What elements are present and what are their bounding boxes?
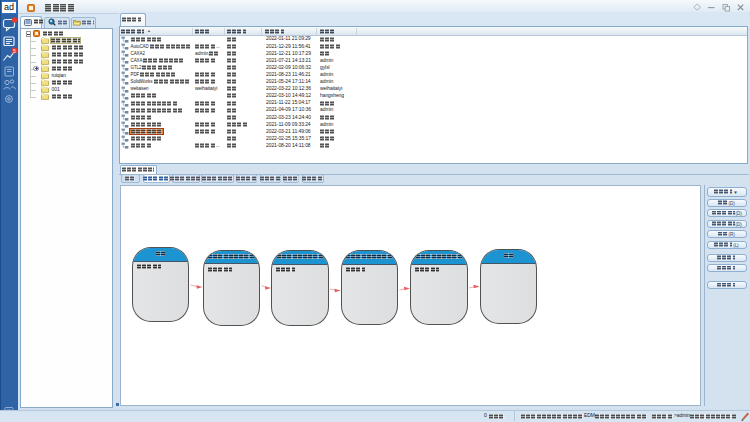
svg-text:5: 5 <box>13 48 16 54</box>
